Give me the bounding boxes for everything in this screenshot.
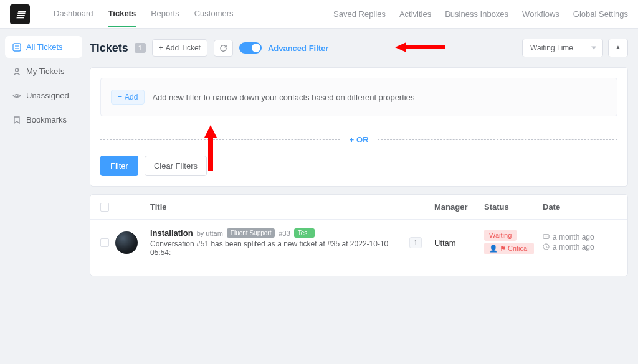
refresh-icon [219,44,227,52]
column-title: Title [150,202,434,212]
message-count: 1 [409,237,422,248]
clear-filters-button[interactable]: Clear Filters [145,156,207,176]
table-header: Title Manager Status Date [90,195,627,220]
top-navigation: ≣ Dashboard Tickets Reports Customers Sa… [0,0,638,29]
plus-icon: + [349,135,354,144]
sidebar-item-all-tickets[interactable]: All Tickets [5,36,82,58]
message-icon [543,233,550,241]
sidebar: All Tickets My Tickets Unassigned Bookma… [0,29,87,276]
sidebar-item-bookmarks[interactable]: Bookmarks [5,109,82,131]
nav-activities[interactable]: Activities [399,9,431,19]
svg-rect-0 [13,44,21,51]
custom-tag: Tes.. [294,228,315,238]
page-header: Tickets 1 + Add Ticket Advanced Filter W… [90,39,628,57]
priority-critical-badge: 👤 ⚑ Critical [484,243,534,254]
column-date: Date [543,202,617,212]
plus-icon: + [118,93,122,101]
ticket-id: #33 [279,230,290,237]
primary-nav-links: Dashboard Tickets Reports Customers [54,1,234,27]
flag-icon: ⚑ [500,245,506,253]
advanced-filter-label: Advanced Filter [268,44,329,53]
column-status: Status [484,202,543,212]
customer-avatar [115,231,138,254]
column-manager: Manager [434,202,484,212]
product-tag: Fluent Support [227,228,275,238]
ticket-author: by uttam [197,230,223,237]
add-ticket-button[interactable]: + Add Ticket [152,39,207,57]
sort-direction-button[interactable]: ▲ [608,39,628,57]
refresh-button[interactable] [214,40,233,57]
nav-reports[interactable]: Reports [151,1,179,27]
add-or-condition[interactable]: + OR [344,135,373,144]
select-all-checkbox[interactable] [100,203,109,212]
advanced-filter-toggle[interactable] [239,42,262,54]
filter-or-divider: + OR [90,126,627,156]
nav-workflows[interactable]: Workflows [522,9,559,19]
sidebar-item-unassigned[interactable]: Unassigned [5,85,82,106]
tickets-table: Title Manager Status Date Installation b… [90,194,628,276]
secondary-nav-links: Saved Replies Activities Business Inboxe… [333,9,628,19]
svg-marker-5 [395,42,445,52]
ticket-count-badge: 1 [135,43,146,53]
page-title: Tickets [90,42,128,55]
ticket-excerpt: Conversation #51 has been splited as a n… [150,240,409,257]
nav-global-settings[interactable]: Global Settings [573,9,628,19]
person-icon [12,67,21,76]
nav-business-inboxes[interactable]: Business Inboxes [445,9,508,19]
sidebar-item-label: All Tickets [26,42,63,52]
nav-tickets[interactable]: Tickets [108,1,136,27]
bookmark-icon [12,116,21,124]
filter-panel: + Add Add new filter to narrow down your… [90,67,628,187]
table-row[interactable]: Installation by uttam Fluent Support #33… [90,220,627,276]
nav-saved-replies[interactable]: Saved Replies [333,9,386,19]
updated-date: a month ago [543,243,617,251]
created-date: a month ago [543,233,617,241]
list-icon [12,43,21,52]
sort-select[interactable]: Waiting Time [522,39,603,57]
nav-dashboard[interactable]: Dashboard [54,1,93,27]
annotation-arrow-horizontal [395,42,445,52]
svg-point-3 [16,68,19,72]
svg-rect-7 [543,234,549,238]
eye-icon [12,91,21,100]
filter-condition-box: + Add Add new filter to narrow down your… [100,78,617,116]
clock-icon [543,243,550,251]
svg-point-4 [16,95,18,97]
sidebar-item-my-tickets[interactable]: My Tickets [5,60,82,82]
row-checkbox[interactable] [100,238,109,247]
ticket-title: Installation [150,228,193,238]
person-icon: 👤 [489,245,498,253]
apply-filter-button[interactable]: Filter [100,156,138,176]
sidebar-item-label: Bookmarks [26,115,67,124]
status-waiting-badge: Waiting [484,230,517,241]
sidebar-item-label: My Tickets [26,67,64,76]
filter-description: Add new filter to narrow down your conta… [152,93,414,102]
sidebar-item-label: Unassigned [26,91,69,100]
nav-customers[interactable]: Customers [194,1,234,27]
plus-icon: + [159,44,163,52]
ticket-manager: Uttam [434,238,484,248]
app-logo[interactable]: ≣ [10,4,30,24]
add-filter-button[interactable]: + Add [111,90,145,105]
